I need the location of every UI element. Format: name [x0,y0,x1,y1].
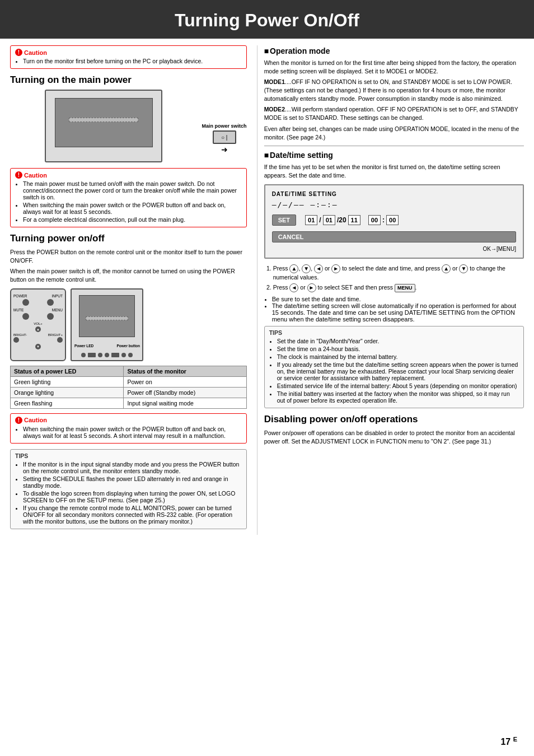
caution3-item-0: When switching the main power switch or … [23,426,242,439]
caution2-item-2: For a complete electrical disconnection,… [23,216,242,223]
dt-field-0[interactable]: 01 [305,215,317,225]
tips2-item-3: If you already set the time but the date… [277,361,519,381]
remote-power-btn [22,299,29,306]
table-row: Green flashing Input signal waiting mode [11,398,247,408]
power-button-rect [88,353,96,357]
remote-input-label: INPUT [52,294,63,298]
dot-btn-3 [105,353,109,357]
caution-box-2: Caution The main power must be turned on… [10,168,247,227]
operation-mode-para1: When the monitor is turned on for the fi… [264,59,524,75]
section-datetime: Date/time setting If the time has yet to… [264,151,524,408]
dt-field-year[interactable]: 11 [348,215,360,225]
divider-1 [264,146,524,146]
power-switch-symbol: ○ | [221,134,227,141]
tips2-item-0: Set the date in "Day/Month/Year" order. [277,338,519,344]
caution2-item-0: The main power must be turned on/off wit… [23,180,242,200]
power-onoff-para2: When the main power switch is off, the m… [10,267,247,283]
datetime-ok: OK→[MENU] [272,246,516,252]
datetime-steps: Press ▲, ▼, ◄ or ► to select the date an… [264,264,524,293]
datetime-setting-box: DATE/TIME SETTING —/—/—— —:—:— SET 01 / … [264,184,524,259]
up-arrow-icon: ▲ [289,264,298,273]
mode1-text: MODE1....OFF IF NO OPERATION is set to O… [264,78,524,102]
tips-box-1: TIPS If the monitor is in the input sign… [10,449,247,529]
tips1-item-1: Setting the SCHEDULE flashes the power L… [23,475,242,489]
menu-btn: MENU [395,284,415,292]
caution-item: Turn on the monitor first before turning… [23,58,242,64]
black-square-icon-2 [264,151,270,160]
dt-field-2[interactable]: 01 [323,215,335,225]
dot-btn-2 [98,353,102,357]
section-heading-main-power: Turning on the main power [10,74,247,86]
disabling-para: Power on/power off operations can be dis… [264,429,524,445]
page-number: 17 E [500,736,517,747]
dt-sep-1: /20 [337,216,346,224]
tips2-item-2: The clock is maintained by the internal … [277,353,519,360]
up-arrow-icon-2: ▲ [442,264,451,273]
caution-list-3: When switching the main power switch or … [15,426,242,439]
mode1-content: ....OFF IF NO OPERATION is set to ON, an… [264,78,512,101]
main-power-switch-label: Main power switch [202,123,247,129]
step-2: Press ◄ or ► to select SET and then pres… [273,283,524,292]
dt-sep-0: / [319,216,321,224]
table-cell-led-0: Green lighting [11,376,124,387]
monitor-dotted-area-2 [86,316,128,320]
remote-bright-minus-label: BRIGHT- [13,333,27,337]
caution-list-2: The main power must be turned on/off wit… [15,180,242,223]
caution-title-2: Caution [15,171,242,179]
set-button[interactable]: SET [272,214,296,226]
monitor-diagram [45,90,162,162]
datetime-display: —/—/—— —:—:— [272,200,516,209]
section-operation-mode: Operation mode When the monitor is turne… [264,46,524,141]
tips-box-2: TIPS Set the date in "Day/Month/Year" or… [264,326,524,408]
datetime-bullet-2: The date/time setting screen will close … [272,302,524,323]
remote-menu-btn [47,313,54,320]
remote-diagram-row: POWER INPUT MUTE MENU VOL [10,288,247,361]
table-row: Green lighting Power on [11,376,247,387]
power-led-dot [81,353,86,357]
remote-mute-btn [22,313,29,320]
step-1: Press ▲, ▼, ◄ or ► to select the date an… [273,264,524,282]
black-square-icon [264,46,270,55]
caution-list-1: Turn on the monitor first before turning… [15,58,242,64]
power-led-label: Power LED [74,344,93,348]
right-arrow-icon: ► [331,264,340,273]
monitor-screen [55,98,153,147]
left-arrow-icon: ◄ [314,264,323,273]
page: Turning Power On/Off Caution Turn on the… [0,0,534,756]
tips1-item-0: If the monitor is in the input signal st… [23,461,242,474]
tips-list-1: If the monitor is in the input signal st… [15,461,242,525]
remote-bright-plus-label: BRIGHT+ [48,333,63,337]
monitor-diagram-2: Power LED Power button [71,288,143,361]
tips2-item-5: The initial battery was inserted at the … [277,390,519,404]
remote-right-btn [57,337,63,343]
power-btn-label: Power button [116,344,140,348]
power-led-table: Status of a power LED Status of the moni… [10,366,247,409]
table-cell-status-2: Input signal waiting mode [124,398,246,408]
cancel-button[interactable]: CANCEL [272,231,516,242]
dt-field-hour[interactable]: 00 [368,215,381,225]
tips1-item-2: To disable the logo screen from displayi… [23,490,242,503]
operation-mode-para2: Even after being set, changes can be mad… [264,125,524,141]
remote-mute-label: MUTE [13,308,24,312]
remote-power-label: POWER [13,294,27,298]
datetime-bullet-1: Be sure to set the date and time. [272,296,524,302]
tips2-item-1: Set the time on a 24-hour basis. [277,346,519,352]
monitor-dotted-line [69,118,138,122]
datetime-inputs-row: SET 01 / 01 /20 11 00 : 00 [272,214,516,226]
mode2-label: MODE2 [264,106,285,113]
table-cell-status-0: Power on [124,376,246,387]
tips1-item-3: If you change the remote control mode to… [23,505,242,525]
power-onoff-para1: Press the POWER button on the remote con… [10,248,247,264]
rect-btn-2 [111,353,119,357]
page-title: Turning Power On/Off [0,0,534,39]
caution2-item-1: When switching the main power switch or … [23,202,242,215]
down-arrow-icon-2: ▼ [459,264,468,273]
mode2-text: MODE2....Will perform standard operation… [264,105,524,122]
table-header-led: Status of a power LED [11,366,124,376]
tips-list-2: Set the date in "Day/Month/Year" order. … [269,338,519,404]
left-column: Caution Turn on the monitor first before… [10,45,257,535]
arrow-down-symbol: ➜ [221,145,228,154]
remote-vol-down-btn: ▼ [35,344,41,349]
dt-field-min[interactable]: 00 [386,215,399,225]
remote-vol-up-btn: ▲ [35,326,41,332]
